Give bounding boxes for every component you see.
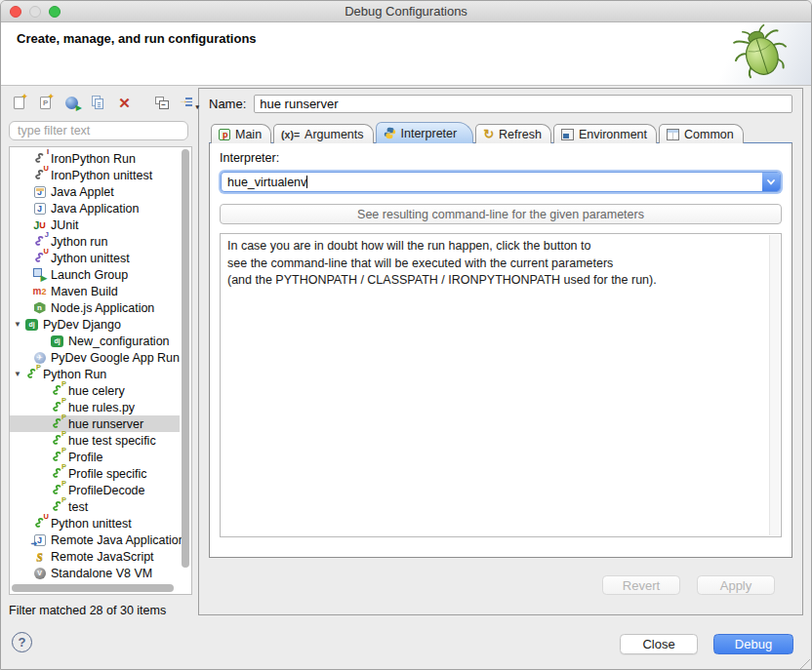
v8-icon: V (31, 566, 48, 580)
info-textarea: In case you are in doubt how will the ru… (220, 233, 782, 537)
combo-dropdown-button[interactable] (762, 173, 780, 191)
new-prototype-icon: P✦ (37, 96, 54, 110)
tab-common[interactable]: Common (659, 124, 744, 143)
tree-item-label: Java Application (51, 202, 139, 216)
tree-item[interactable]: JJython run (10, 233, 180, 250)
tree-item[interactable]: ▶Launch Group (10, 266, 180, 283)
tree-item[interactable]: JJava Application (10, 200, 180, 217)
info-scrollbar[interactable] (769, 235, 780, 535)
tree-item-label: Maven Build (51, 285, 118, 298)
debug-configurations-window: Debug Configurations Create, manage, and… (0, 0, 812, 670)
tree-item[interactable]: VStandalone V8 VM (10, 565, 180, 581)
tree-item-label: test (68, 500, 88, 514)
tree-item[interactable]: djNew_configuration (10, 333, 180, 349)
tree-item[interactable]: Phue celery (10, 382, 180, 399)
interpreter-combo[interactable]: hue_virtualenv (221, 172, 781, 192)
tree-item-label: Profile (68, 451, 102, 464)
maven-build-icon: m2 (31, 284, 48, 298)
tree-item[interactable]: Ptest (10, 498, 180, 515)
tree-item[interactable]: ▼PPython Run (10, 366, 180, 382)
tree-item-label: Java Applet (51, 185, 114, 199)
disclosure-triangle-icon[interactable]: ▼ (12, 320, 23, 329)
tree-item-label: ProfileDecode (68, 484, 145, 497)
new-launch-configuration-button[interactable]: ✦ (11, 93, 30, 112)
debug-button[interactable]: Debug (713, 634, 793, 654)
interpreter-tab-panel: Interpreter: hue_virtualenv See resultin… (209, 142, 792, 558)
tab-interpreter[interactable]: Interpreter (376, 122, 474, 143)
info-line: see the command-line that will be execut… (227, 256, 761, 273)
scrollbar-thumb[interactable] (182, 149, 189, 568)
tree-item-label: PyDev Google App Run (51, 351, 180, 365)
tree-item[interactable]: Phue runserver (10, 415, 180, 432)
tab-environment[interactable]: Environment (553, 124, 657, 143)
tree-item[interactable]: Phue test specific (10, 432, 180, 449)
tree-item[interactable]: IIronPython Run (10, 150, 180, 167)
help-button[interactable]: ? (12, 632, 32, 652)
duplicate-configuration-button[interactable] (90, 93, 109, 112)
revert-button[interactable]: Revert (602, 575, 680, 595)
window-title: Debug Configurations (345, 4, 467, 19)
tree-item[interactable]: J➜Remote Java Application (10, 532, 180, 548)
collapse-all-icon: − (153, 96, 170, 110)
filter-launch-configurations-button[interactable]: →▾ (180, 93, 199, 112)
minimize-window-button[interactable] (29, 6, 41, 18)
new-prototype-button[interactable]: P✦ (37, 93, 57, 112)
disclosure-triangle-icon[interactable]: ▼ (12, 370, 23, 378)
tree-item[interactable]: JUJUnit (10, 217, 180, 233)
tree-item[interactable]: Phue rules.py (10, 399, 180, 415)
pydev-django-icon: dj (23, 317, 40, 332)
export-configurations-button[interactable]: ▶ (63, 93, 83, 112)
scrollbar-thumb[interactable] (12, 584, 174, 592)
resize-grip[interactable] (799, 659, 810, 670)
remote-js-icon: S (31, 549, 48, 564)
tree-item[interactable]: nNode.js Application (10, 299, 180, 316)
interpreter-combo-text: hue_virtualenv (222, 176, 762, 189)
chevron-down-icon (767, 179, 775, 185)
tab-refresh[interactable]: ↻Refresh (475, 124, 551, 143)
tree-item[interactable]: PProfileDecode (10, 482, 180, 498)
tree-item-label: IronPython unittest (51, 169, 152, 182)
name-input[interactable] (254, 95, 792, 113)
java-application-icon: J (31, 201, 48, 216)
tree-vertical-scrollbar[interactable] (181, 149, 190, 580)
zoom-window-button[interactable] (49, 6, 61, 18)
tree-item[interactable]: PProfile (10, 449, 180, 465)
tree-item[interactable]: m2Maven Build (10, 283, 180, 299)
apply-button[interactable]: Apply (697, 575, 775, 595)
text-cursor (306, 176, 307, 188)
name-label: Name: (209, 97, 246, 111)
tab-main[interactable]: pMain (211, 124, 271, 143)
close-window-button[interactable] (10, 6, 21, 18)
close-button[interactable]: Close (620, 634, 698, 654)
traffic-lights (10, 6, 61, 18)
info-line: In case you are in doubt how will the ru… (227, 238, 761, 256)
name-row: Name: (209, 95, 792, 113)
delete-configuration-button[interactable]: ✕ (116, 93, 136, 112)
ironpython-unittest-icon: U (31, 168, 48, 182)
tree-item[interactable]: JJava Applet (10, 183, 180, 200)
banner-art (694, 22, 811, 85)
tree-item-label: hue rules.py (68, 401, 135, 414)
arguments-icon: (x)= (281, 129, 300, 140)
tree-item[interactable]: PProfile specific (10, 465, 180, 482)
collapse-all-button[interactable]: − (153, 93, 173, 112)
tree-item[interactable]: UIronPython unittest (10, 167, 180, 183)
see-command-line-button[interactable]: See resulting command-line for the given… (220, 204, 782, 224)
filter-input[interactable] (9, 121, 188, 140)
tree-item[interactable]: SRemote JavaScript (10, 548, 180, 565)
tree-item[interactable]: UJython unittest (10, 250, 180, 266)
python-logo-icon (384, 127, 396, 139)
tree-item-label: hue celery (68, 384, 125, 398)
tree-item-label: IronPython Run (51, 152, 136, 166)
dialog-content: ✦P✦▶✕−→▾ IIronPython RunUIronPython unit… (1, 86, 811, 617)
interpreter-label: Interpreter: (220, 151, 783, 165)
python-run-icon: P (23, 367, 40, 381)
tree-item-label: Node.js Application (51, 301, 154, 315)
info-line: (and the PYTHONPATH / CLASSPATH / IRONPY… (227, 272, 761, 290)
tree-horizontal-scrollbar[interactable] (12, 583, 179, 593)
tree-item-label: Jython run (51, 235, 107, 249)
refresh-icon: ↻ (483, 128, 494, 140)
tab-arguments[interactable]: (x)=Arguments (273, 124, 373, 143)
tree-item[interactable]: UPython unittest (10, 515, 180, 532)
tree-item[interactable]: ▼djPyDev Django (10, 316, 180, 333)
